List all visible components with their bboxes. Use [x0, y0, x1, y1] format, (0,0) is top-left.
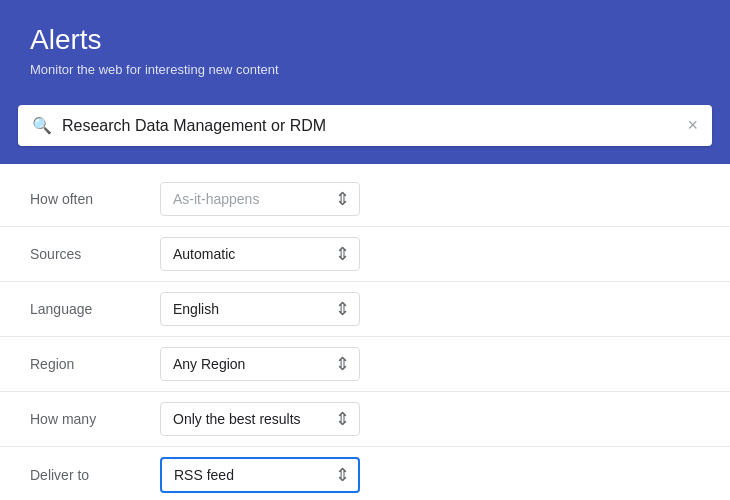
deliver-to-control: RSS feed My email ⇕ — [160, 457, 360, 493]
options-form: How often As-it-happens At most once a d… — [0, 164, 730, 500]
region-select[interactable]: Any Region United States United Kingdom … — [160, 347, 360, 381]
deliver-to-select[interactable]: RSS feed My email — [160, 457, 360, 493]
how-often-select[interactable]: As-it-happens At most once a day At most… — [160, 182, 360, 216]
region-row: Region Any Region United States United K… — [0, 337, 730, 391]
page-header: Alerts Monitor the web for interesting n… — [0, 0, 730, 105]
how-often-row: How often As-it-happens At most once a d… — [0, 172, 730, 226]
how-many-label: How many — [30, 411, 160, 427]
region-control: Any Region United States United Kingdom … — [160, 347, 360, 381]
clear-search-button[interactable]: × — [687, 115, 698, 136]
how-often-control: As-it-happens At most once a day At most… — [160, 182, 360, 216]
how-many-row: How many Only the best results All resul… — [0, 392, 730, 446]
language-select[interactable]: All Languages English French German Span… — [160, 292, 360, 326]
deliver-to-label: Deliver to — [30, 467, 160, 483]
sources-row: Sources Automatic News Blogs Web Video B… — [0, 227, 730, 281]
search-bar: 🔍 × — [18, 105, 712, 146]
page-title: Alerts — [30, 24, 700, 56]
page-subtitle: Monitor the web for interesting new cont… — [30, 62, 700, 77]
language-label: Language — [30, 301, 160, 317]
how-many-select[interactable]: Only the best results All results — [160, 402, 360, 436]
sources-select[interactable]: Automatic News Blogs Web Video Books Dis… — [160, 237, 360, 271]
region-label: Region — [30, 356, 160, 372]
search-bar-container: 🔍 × — [0, 105, 730, 164]
search-icon: 🔍 — [32, 116, 52, 135]
how-often-label: How often — [30, 191, 160, 207]
search-input[interactable] — [62, 117, 687, 135]
deliver-to-row: Deliver to RSS feed My email ⇕ — [0, 447, 730, 500]
sources-label: Sources — [30, 246, 160, 262]
sources-control: Automatic News Blogs Web Video Books Dis… — [160, 237, 360, 271]
language-control: All Languages English French German Span… — [160, 292, 360, 326]
language-row: Language All Languages English French Ge… — [0, 282, 730, 336]
how-many-control: Only the best results All results ⇕ — [160, 402, 360, 436]
